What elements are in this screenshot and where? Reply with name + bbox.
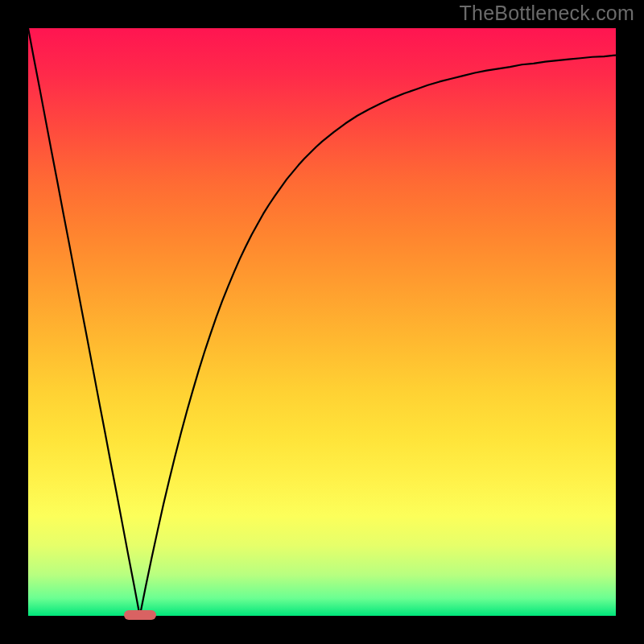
optimum-marker — [124, 610, 156, 620]
bottleneck-curve — [28, 28, 616, 616]
watermark-text: TheBottleneck.com — [460, 2, 634, 25]
chart-frame: TheBottleneck.com — [0, 0, 644, 644]
